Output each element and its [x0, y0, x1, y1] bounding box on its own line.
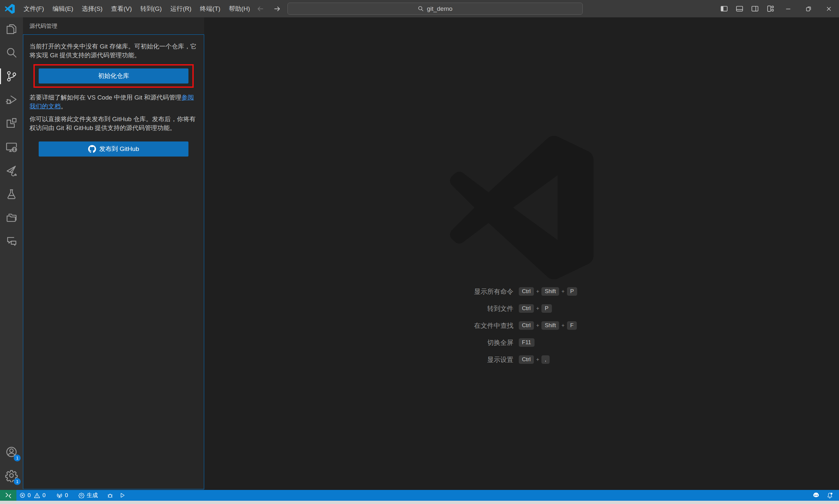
- scm-welcome-text-2: 若要详细了解如何在 VS Code 中使用 Git 和源代码管理参阅我们的文档。: [30, 93, 198, 111]
- keycap: Ctrl: [519, 321, 534, 330]
- activitybar-remote-explorer[interactable]: [0, 135, 23, 159]
- warning-count: 0: [42, 492, 45, 499]
- plus-separator: +: [536, 289, 539, 294]
- status-bar: 0 0 0 生成: [0, 490, 839, 501]
- shortcut-label: 在文件中查找: [373, 321, 513, 330]
- keycap: Shift: [541, 321, 559, 330]
- debug-icon: [5, 94, 18, 106]
- activitybar-source-control[interactable]: [0, 65, 23, 88]
- shortcut-keys: F11: [513, 338, 671, 347]
- activitybar-testing[interactable]: [0, 182, 23, 206]
- command-center-search[interactable]: git_demo: [287, 3, 583, 15]
- menu-bar: 文件(F)编辑(E)选择(S)查看(V)转到(G)运行(R)终端(T)帮助(H): [19, 0, 254, 17]
- copilot-status-item[interactable]: [809, 490, 823, 501]
- close-window-button[interactable]: [819, 0, 839, 17]
- shortcut-label: 转到文件: [373, 304, 513, 313]
- sidebar-title: 源代码管理: [23, 17, 204, 34]
- toggle-primary-sidebar-icon[interactable]: [716, 0, 732, 17]
- error-icon: [19, 492, 25, 499]
- source-control-sidebar: 源代码管理 当前打开的文件夹中没有 Git 存储库。可初始化一个仓库，它将实现 …: [23, 17, 204, 490]
- ports-indicator[interactable]: 0: [53, 490, 71, 501]
- navigate-forward-icon[interactable]: [273, 5, 281, 13]
- shortcut-label: 切换全屏: [373, 338, 513, 347]
- plus-separator: +: [536, 357, 539, 362]
- activitybar-explorer[interactable]: [0, 17, 23, 41]
- activitybar-extensions[interactable]: [0, 112, 23, 135]
- remote-indicator[interactable]: [0, 490, 16, 501]
- plus-separator: +: [561, 289, 564, 294]
- bug-icon: [107, 492, 113, 499]
- activitybar-accounts[interactable]: 1: [0, 440, 23, 464]
- build-task-label: 生成: [87, 491, 98, 499]
- remote-icon: [5, 492, 12, 499]
- scm-welcome-view: 当前打开的文件夹中没有 Git 存储库。可初始化一个仓库，它将实现 Git 提供…: [23, 34, 204, 489]
- settings-badge: 1: [14, 478, 21, 485]
- toggle-panel-icon[interactable]: [732, 0, 747, 17]
- keycap: P: [567, 287, 577, 296]
- notifications-item[interactable]: [823, 490, 836, 501]
- plus-separator: +: [536, 306, 539, 311]
- keycap: Shift: [541, 287, 559, 296]
- radio-tower-icon: [56, 492, 63, 499]
- toggle-secondary-sidebar-icon[interactable]: [747, 0, 763, 17]
- comment-discussion-icon: [5, 235, 18, 248]
- shortcut-keys: Ctrl+Shift+P: [513, 287, 671, 296]
- shortcut-label: 显示设置: [373, 355, 513, 364]
- problems-indicator[interactable]: 0 0: [16, 490, 49, 501]
- scm-docs-text: 若要详细了解如何在 VS Code 中使用 Git 和源代码管理: [30, 94, 181, 101]
- remote-explorer-icon: [5, 141, 18, 153]
- paper-plane-wrench-icon: [5, 164, 18, 177]
- activitybar-comments[interactable]: [0, 230, 23, 253]
- files-icon: [5, 23, 18, 35]
- activitybar-folders[interactable]: [0, 206, 23, 230]
- ports-count: 0: [65, 492, 68, 499]
- publish-button-label: 发布到 GitHub: [99, 145, 139, 153]
- warning-icon: [34, 492, 40, 499]
- keycap: Ctrl: [519, 287, 534, 296]
- scm-welcome-text-3: 你可以直接将此文件夹发布到 GitHub 仓库。发布后，你将有权访问由 Git …: [30, 114, 198, 132]
- menu-terminal[interactable]: 终端(T): [196, 0, 225, 17]
- scm-docs-period: 。: [60, 103, 67, 110]
- navigate-back-icon[interactable]: [256, 5, 264, 13]
- editor-area: 显示所有命令Ctrl+Shift+P转到文件Ctrl+P在文件中查找Ctrl+S…: [204, 17, 839, 490]
- menu-view[interactable]: 查看(V): [107, 0, 136, 17]
- watermark-shortcuts: 显示所有命令Ctrl+Shift+P转到文件Ctrl+P在文件中查找Ctrl+S…: [373, 283, 671, 368]
- customize-layout-icon[interactable]: [763, 0, 778, 17]
- restore-button[interactable]: [798, 0, 819, 17]
- activity-bar: 1 1: [0, 17, 23, 490]
- build-task-item[interactable]: 生成: [75, 490, 101, 501]
- minimize-button[interactable]: [778, 0, 798, 17]
- extensions-icon: [5, 117, 18, 130]
- menu-edit[interactable]: 编辑(E): [48, 0, 77, 17]
- beaker-icon: [5, 188, 18, 200]
- search-icon: [418, 5, 424, 12]
- plus-separator: +: [536, 323, 539, 328]
- shortcut-label: 显示所有命令: [373, 287, 513, 296]
- github-icon: [88, 145, 96, 153]
- menu-help[interactable]: 帮助(H): [225, 0, 254, 17]
- shortcut-row: 转到文件Ctrl+P: [373, 300, 671, 317]
- activitybar-search[interactable]: [0, 41, 23, 65]
- keycap: P: [541, 304, 552, 313]
- shortcut-row: 在文件中查找Ctrl+Shift+F: [373, 317, 671, 334]
- scm-welcome-text-1: 当前打开的文件夹中没有 Git 存储库。可初始化一个仓库，它将实现 Git 提供…: [30, 42, 198, 59]
- gear-icon: [78, 492, 85, 499]
- activitybar-settings[interactable]: 1: [0, 464, 23, 487]
- debug-status-item[interactable]: [104, 490, 116, 501]
- publish-to-github-button[interactable]: 发布到 GitHub: [39, 142, 189, 157]
- activitybar-run-debug[interactable]: [0, 88, 23, 112]
- bell-icon: [826, 492, 834, 499]
- run-status-item[interactable]: [116, 490, 128, 501]
- menu-go[interactable]: 转到(G): [136, 0, 166, 17]
- menu-file[interactable]: 文件(F): [19, 0, 48, 17]
- keycap: F: [567, 321, 577, 330]
- menu-selection[interactable]: 选择(S): [78, 0, 107, 17]
- keycap: Ctrl: [519, 355, 534, 364]
- annotation-red-box: 初始化仓库: [33, 64, 194, 88]
- command-center-text: git_demo: [427, 5, 452, 13]
- menu-run[interactable]: 运行(R): [166, 0, 196, 17]
- vscode-watermark-logo: [450, 136, 594, 280]
- taskbar-edge: [0, 501, 839, 504]
- initialize-repository-button[interactable]: 初始化仓库: [39, 69, 189, 84]
- activitybar-extension-tool[interactable]: [0, 159, 23, 182]
